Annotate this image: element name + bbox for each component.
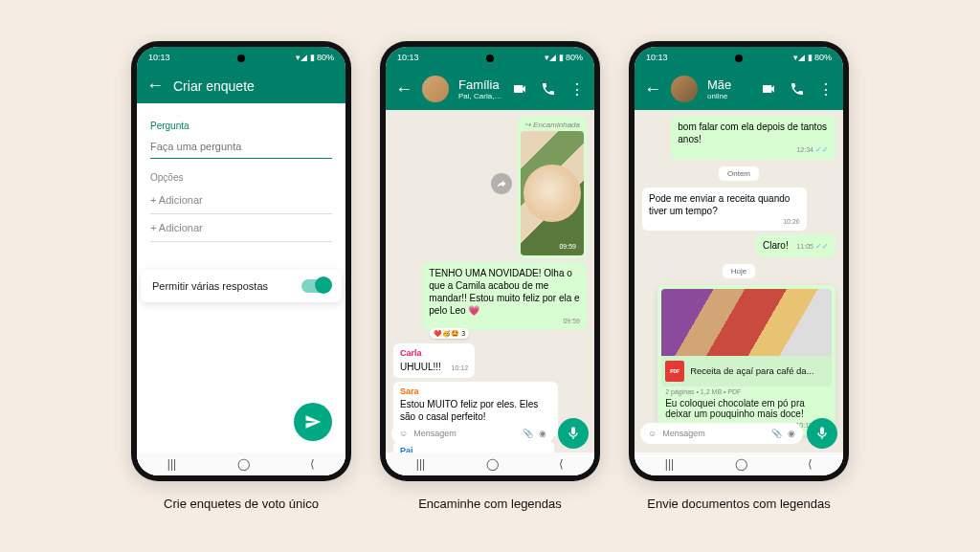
message-time: 10:26 [649, 217, 800, 226]
date-separator: Ontem [719, 166, 759, 181]
caption-1: Crie enquetes de voto único [131, 497, 351, 511]
document-message[interactable]: PDF Receita de açaí para café da... 2 pá… [657, 285, 835, 435]
phone-group-chat: 10:13 ▾◢ ▮ 80% ← Família Pai, Carla, Sar… [380, 41, 600, 481]
status-bar: 10:13 ▾◢ ▮ 80% [635, 47, 843, 68]
message-time: 10:12 [452, 364, 469, 371]
mic-button[interactable] [807, 418, 837, 449]
chat-subtitle: Pai, Carla, Sara, Mãe... [458, 92, 502, 100]
outgoing-message[interactable]: Claro! 11:05✓✓ [756, 234, 835, 256]
chat-name: Mãe [707, 77, 751, 92]
document-meta: 2 páginas • 1,2 MB • PDF [661, 386, 832, 395]
message-time: 12:34✓✓ [678, 145, 829, 155]
poll-header: ← Criar enquete [137, 68, 345, 103]
nav-home-icon[interactable]: ◯ [735, 457, 747, 471]
status-bar: 10:13 ▾◢ ▮ 80% [137, 47, 345, 68]
mic-button[interactable] [558, 418, 589, 449]
contact-avatar[interactable] [671, 76, 698, 102]
nav-recents-icon[interactable]: ||| [167, 457, 176, 471]
document-row[interactable]: PDF Receita de açaí para café da... [661, 356, 832, 386]
question-label: Pergunta [150, 121, 332, 131]
nav-home-icon[interactable]: ◯ [237, 457, 250, 471]
header-info[interactable]: Mãe online [707, 77, 751, 100]
chat-header[interactable]: ← Família Pai, Carla, Sara, Mãe... ⋮ [386, 68, 594, 110]
status-bar: 10:13 ▾◢ ▮ 80% [386, 47, 594, 68]
send-button[interactable] [294, 403, 332, 441]
phones-row: 10:13 ▾◢ ▮ 80% ← Criar enquete Pergunta … [131, 41, 849, 481]
chat-header[interactable]: ← Mãe online ⋮ [635, 68, 843, 110]
nav-recents-icon[interactable]: ||| [416, 457, 425, 471]
nav-bar: ||| ◯ ⟨ [386, 453, 594, 475]
video-call-icon[interactable] [761, 81, 776, 97]
voice-call-icon[interactable] [790, 81, 805, 97]
video-call-icon[interactable] [512, 81, 527, 97]
camera-icon[interactable]: ◉ [539, 429, 546, 438]
screen: 10:13 ▾◢ ▮ 80% ← Criar enquete Pergunta … [137, 47, 345, 475]
image-message[interactable]: ↪ Encaminhada 09:59 [518, 116, 587, 258]
emoji-icon[interactable]: ☺ [399, 429, 408, 438]
document-thumbnail[interactable] [661, 289, 832, 356]
more-icon[interactable]: ⋮ [818, 80, 834, 99]
document-title: Receita de açaí para café da... [690, 365, 813, 376]
toggle-switch[interactable] [301, 279, 330, 293]
forward-icon[interactable] [491, 173, 512, 194]
phone-poll: 10:13 ▾◢ ▮ 80% ← Criar enquete Pergunta … [131, 41, 351, 481]
nav-back-icon[interactable]: ⟨ [808, 457, 813, 471]
forwarded-label: ↪ Encaminhada [521, 119, 584, 131]
header-actions: ⋮ [761, 80, 834, 99]
camera-icon[interactable]: ◉ [788, 429, 795, 438]
back-icon[interactable]: ← [395, 79, 412, 99]
image-content[interactable]: 09:59 [521, 131, 584, 255]
chat-status: online [707, 92, 751, 100]
nav-home-icon[interactable]: ◯ [486, 457, 499, 471]
input-placeholder: Mensagem [413, 429, 517, 438]
outgoing-message[interactable]: TENHO UMA NOVIDADE! Olha o que a Camila … [422, 262, 587, 330]
nav-recents-icon[interactable]: ||| [665, 457, 674, 471]
attach-icon[interactable]: 📎 [523, 429, 533, 438]
question-input[interactable] [150, 137, 332, 159]
more-icon[interactable]: ⋮ [569, 80, 585, 99]
nav-back-icon[interactable]: ⟨ [310, 457, 315, 471]
chat-name: Família [458, 77, 502, 92]
toggle-label: Permitir várias respostas [152, 280, 268, 292]
status-icons: ▾◢ ▮ 80% [296, 53, 334, 62]
caption-3: Envie documentos com legendas [629, 497, 849, 511]
caption-2: Encaminhe com legendas [380, 497, 600, 511]
status-time: 10:13 [397, 53, 419, 62]
attach-icon[interactable]: 📎 [771, 429, 782, 438]
voice-call-icon[interactable] [541, 81, 556, 97]
message-text: bom falar com ela depois de tantos anos! [678, 121, 827, 144]
screen: 10:13 ▾◢ ▮ 80% ← Mãe online ⋮ [635, 47, 843, 475]
pdf-icon: PDF [665, 361, 684, 382]
status-time: 10:13 [148, 53, 170, 62]
poll-body: Pergunta Opções + Adicionar + Adicionar … [137, 103, 345, 475]
back-icon[interactable]: ← [644, 79, 661, 99]
message-text: UHUUL!!! [400, 362, 441, 372]
nav-bar: ||| ◯ ⟨ [635, 453, 843, 475]
add-option-2[interactable]: + Adicionar [150, 214, 332, 242]
group-avatar[interactable] [422, 76, 449, 102]
message-input[interactable]: ☺ Mensagem 📎 ◉ [391, 423, 554, 444]
sender-name: Carla [400, 348, 468, 360]
header-info[interactable]: Família Pai, Carla, Sara, Mãe... [458, 77, 502, 100]
message-time: 09:59 [429, 317, 580, 325]
message-input[interactable]: ☺ Mensagem 📎 ◉ [640, 423, 803, 444]
incoming-message[interactable]: Pode me enviar a receita quando tiver um… [642, 188, 807, 231]
message-time: 11:05✓✓ [796, 243, 829, 250]
back-icon[interactable]: ← [146, 76, 164, 96]
message-text: Pode me enviar a receita quando tiver um… [649, 193, 790, 216]
message-input-bar: ☺ Mensagem 📎 ◉ [640, 418, 837, 449]
message-reactions[interactable]: ❤️🥳🤩 3 [430, 328, 469, 339]
options-label: Opções [150, 172, 332, 183]
input-placeholder: Mensagem [662, 429, 766, 438]
emoji-icon[interactable]: ☺ [648, 429, 657, 438]
nav-back-icon[interactable]: ⟨ [559, 457, 564, 471]
incoming-message[interactable]: Carla UHUUL!!! 10:12 [393, 343, 475, 378]
chat-body[interactable]: ↪ Encaminhada 09:59 TENHO UMA NOVIDADE! … [386, 110, 594, 475]
toggle-multiple-answers[interactable]: Permitir várias respostas [141, 270, 342, 302]
add-option-1[interactable]: + Adicionar [150, 187, 332, 214]
status-icons: ▾◢ ▮ 80% [793, 53, 832, 62]
outgoing-message[interactable]: bom falar com ela depois de tantos anos!… [671, 116, 835, 160]
chat-body[interactable]: bom falar com ela depois de tantos anos!… [635, 110, 843, 475]
status-icons: ▾◢ ▮ 80% [545, 53, 583, 62]
screen: 10:13 ▾◢ ▮ 80% ← Família Pai, Carla, Sar… [386, 47, 594, 475]
